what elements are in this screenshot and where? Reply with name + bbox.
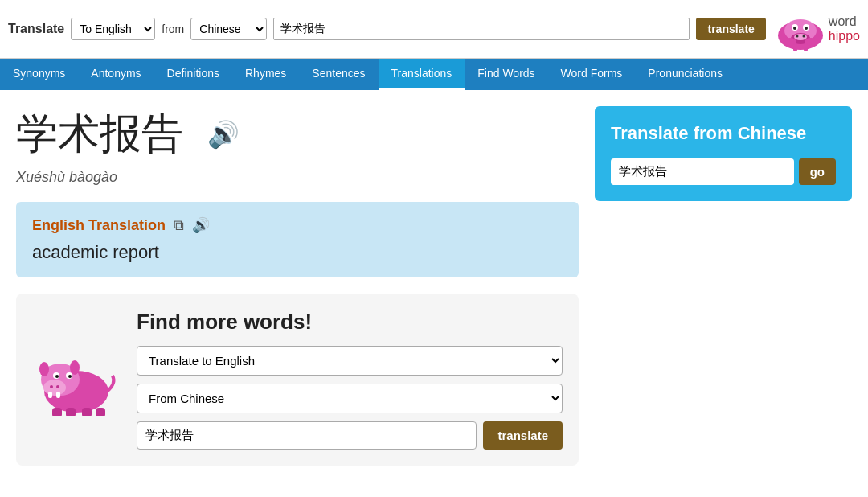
right-input-row: go — [611, 158, 836, 185]
svg-rect-9 — [793, 43, 797, 51]
sound-icon-large[interactable]: 🔊 — [207, 119, 240, 150]
right-title: Translate from Chinese — [611, 122, 836, 146]
nav-synonyms[interactable]: Synonyms — [0, 59, 78, 90]
nav-bar: Synonyms Antonyms Definitions Rhymes Sen… — [0, 59, 868, 90]
find-words-input[interactable] — [137, 421, 477, 450]
search-input[interactable] — [273, 18, 690, 40]
pinyin-text: Xuéshù bàogào — [16, 169, 579, 186]
nav-antonyms[interactable]: Antonyms — [78, 59, 154, 90]
right-go-button[interactable]: go — [799, 158, 836, 185]
top-bar: Translate To English To Chinese To Frenc… — [0, 0, 868, 59]
svg-point-23 — [39, 362, 49, 376]
main-content: 学术报告 🔊 Xuéshù bàogào English Translation… — [0, 90, 868, 482]
svg-rect-29 — [48, 392, 52, 398]
right-search-input[interactable] — [611, 158, 794, 185]
svg-point-16 — [43, 380, 66, 396]
logo-hippo-image — [772, 5, 829, 53]
find-words-translate-select[interactable]: Translate to English Translate to Chines… — [137, 346, 563, 376]
nav-translations[interactable]: Translations — [379, 59, 465, 90]
svg-rect-27 — [82, 408, 92, 416]
logo-hippo-word: hippo — [829, 29, 860, 43]
logo: word hippo — [772, 5, 860, 53]
svg-rect-10 — [804, 43, 808, 51]
svg-point-13 — [802, 35, 805, 38]
hippo-illustration — [32, 343, 121, 416]
svg-point-12 — [796, 35, 798, 38]
nav-word-forms[interactable]: Word Forms — [548, 59, 636, 90]
svg-rect-25 — [52, 408, 62, 416]
left-column: 学术报告 🔊 Xuéshù bàogào English Translation… — [16, 106, 579, 466]
logo-word: word — [829, 14, 857, 28]
nav-sentences[interactable]: Sentences — [299, 59, 378, 90]
find-words-content: Find more words! Translate to English Tr… — [137, 310, 563, 450]
svg-point-17 — [50, 385, 53, 388]
svg-rect-26 — [66, 408, 76, 416]
find-words-from-select[interactable]: From Chinese From French From Spanish — [137, 384, 563, 413]
right-column: Translate from Chinese go — [595, 106, 852, 201]
nav-rhymes[interactable]: Rhymes — [232, 59, 299, 90]
copy-icon[interactable]: ⧉ — [174, 217, 184, 234]
language-select[interactable]: Chinese French Spanish Japanese — [190, 18, 267, 40]
find-words-bottom: translate — [137, 421, 563, 450]
find-words-translate-button[interactable]: translate — [483, 421, 563, 450]
svg-point-5 — [805, 27, 808, 30]
nav-find-words[interactable]: Find Words — [465, 59, 547, 90]
find-words-title: Find more words! — [137, 310, 563, 335]
direction-select[interactable]: To English To Chinese To French To Spani… — [71, 18, 155, 40]
find-words-box: Find more words! Translate to English Tr… — [16, 294, 579, 466]
sound-icon-small[interactable]: 🔊 — [192, 216, 210, 234]
from-label: from — [162, 23, 184, 35]
svg-point-4 — [793, 27, 796, 30]
translation-title: English Translation — [32, 217, 166, 234]
svg-point-11 — [794, 34, 807, 40]
translate-button[interactable]: translate — [696, 18, 765, 40]
svg-rect-28 — [96, 408, 105, 416]
svg-rect-30 — [56, 392, 60, 398]
svg-point-18 — [56, 385, 59, 388]
logo-text: word hippo — [829, 14, 860, 43]
translation-box-header: English Translation ⧉ 🔊 — [32, 216, 563, 234]
svg-point-24 — [70, 360, 80, 375]
translate-label: Translate — [8, 22, 64, 36]
nav-pronunciations[interactable]: Pronunciations — [635, 59, 735, 90]
translation-result: academic report — [32, 242, 563, 263]
svg-point-22 — [68, 375, 72, 378]
nav-definitions[interactable]: Definitions — [154, 59, 232, 90]
chinese-word-text: 学术报告 — [16, 106, 183, 162]
svg-point-21 — [55, 375, 59, 378]
translation-box: English Translation ⧉ 🔊 academic report — [16, 202, 579, 277]
chinese-word-display: 学术报告 🔊 — [16, 106, 579, 162]
